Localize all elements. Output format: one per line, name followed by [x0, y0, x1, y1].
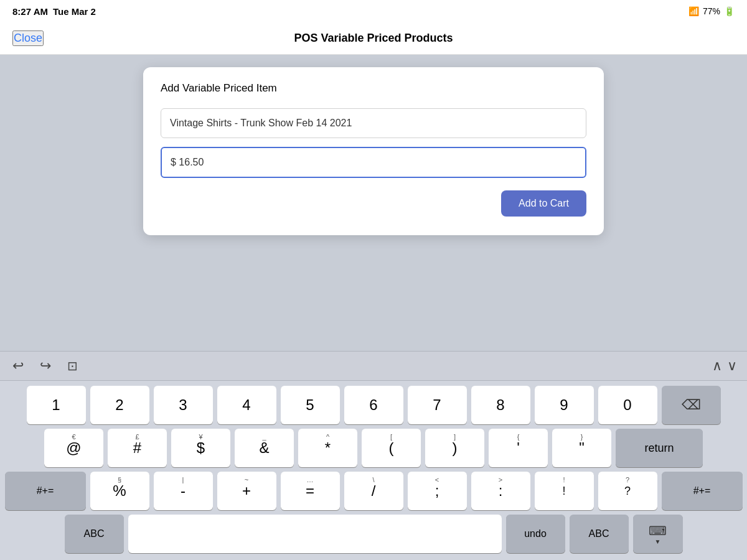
modal-card: Add Variable Priced Item Add to Cart: [143, 67, 604, 235]
key-minus[interactable]: | -: [154, 472, 213, 510]
main-content: Add Variable Priced Item Add to Cart: [0, 55, 747, 351]
bottom-row: ABC undo ABC ⌨ ▼: [4, 515, 743, 553]
status-date: Tue Mar 2: [53, 6, 96, 17]
key-4[interactable]: 4: [217, 386, 276, 424]
keyboard-toolbar: ↩ ↪ ⊡ ∧ ∨: [0, 351, 747, 381]
key-2[interactable]: 2: [90, 386, 149, 424]
delete-key[interactable]: ⌫: [662, 386, 721, 424]
key-slash[interactable]: \ /: [344, 472, 403, 510]
key-apostrophe[interactable]: { ': [489, 429, 548, 467]
add-to-cart-button[interactable]: Add to Cart: [501, 190, 586, 217]
return-key[interactable]: return: [616, 429, 703, 467]
chevron-up-button[interactable]: ∧: [712, 358, 722, 374]
key-3[interactable]: 3: [154, 386, 213, 424]
key-7[interactable]: 7: [408, 386, 467, 424]
price-input[interactable]: [161, 147, 586, 178]
shift-key-left[interactable]: #+=: [5, 472, 86, 510]
key-6[interactable]: 6: [344, 386, 403, 424]
key-lparen[interactable]: [ (: [362, 429, 421, 467]
symbol-row-2: #+= § % | - ~ + … = \ / <: [4, 472, 743, 510]
close-button[interactable]: Close: [12, 30, 44, 46]
key-8[interactable]: 8: [471, 386, 530, 424]
key-dollar[interactable]: ¥ $: [171, 429, 230, 467]
key-colon[interactable]: > :: [471, 472, 530, 510]
toolbar-right: ∧ ∨: [712, 358, 737, 374]
battery-icon: 🔋: [724, 6, 735, 16]
key-ampersand[interactable]: _ &: [235, 429, 294, 467]
keyboard-dismiss-key[interactable]: ⌨ ▼: [633, 515, 683, 553]
undo-key[interactable]: undo: [506, 515, 565, 553]
space-key[interactable]: [128, 515, 502, 553]
status-time: 8:27 AM: [12, 6, 48, 17]
symbol-row-1: € @ £ # ¥ $ _ & ^ * [ (: [4, 429, 743, 467]
key-rparen[interactable]: ] ): [425, 429, 484, 467]
number-row: 1 2 3 4 5 6 7 8 9 0 ⌫: [4, 386, 743, 424]
abc-key-right[interactable]: ABC: [570, 515, 629, 553]
abc-key-left[interactable]: ABC: [65, 515, 124, 553]
key-1[interactable]: 1: [27, 386, 86, 424]
key-9[interactable]: 9: [535, 386, 594, 424]
shift-key-right[interactable]: #+=: [662, 472, 743, 510]
paste-button[interactable]: ⊡: [65, 357, 80, 375]
key-asterisk[interactable]: ^ *: [298, 429, 357, 467]
redo-button[interactable]: ↪: [37, 357, 54, 375]
key-5[interactable]: 5: [281, 386, 340, 424]
modal-title: Add Variable Priced Item: [161, 82, 586, 95]
key-quote[interactable]: } ": [552, 429, 611, 467]
status-right: 📶 77% 🔋: [688, 6, 735, 16]
nav-bar: Close POS Variable Priced Products: [0, 22, 747, 55]
wifi-icon: 📶: [688, 6, 699, 16]
key-exclaim[interactable]: ! !: [535, 472, 594, 510]
keyboard-keys: 1 2 3 4 5 6 7 8 9 0 ⌫ € @ £ # ¥: [0, 381, 747, 560]
page-title: POS Variable Priced Products: [294, 32, 453, 45]
status-bar: 8:27 AM Tue Mar 2 📶 77% 🔋: [0, 0, 747, 22]
undo-button[interactable]: ↩: [10, 357, 26, 375]
key-at[interactable]: € @: [44, 429, 103, 467]
key-0[interactable]: 0: [598, 386, 657, 424]
key-percent[interactable]: § %: [90, 472, 149, 510]
battery-percentage: 77%: [703, 6, 720, 16]
toolbar-left: ↩ ↪ ⊡: [10, 357, 80, 375]
chevron-down-button[interactable]: ∨: [727, 358, 737, 374]
key-semicolon[interactable]: < ;: [408, 472, 467, 510]
item-name-input[interactable]: [161, 108, 586, 138]
keyboard-section: ↩ ↪ ⊡ ∧ ∨ 1 2 3 4 5 6 7 8 9 0 ⌫: [0, 351, 747, 560]
key-equals[interactable]: … =: [281, 472, 340, 510]
modal-footer: Add to Cart: [161, 190, 586, 217]
key-plus[interactable]: ~ +: [217, 472, 276, 510]
key-question[interactable]: ? ?: [598, 472, 657, 510]
key-hash[interactable]: £ #: [108, 429, 167, 467]
